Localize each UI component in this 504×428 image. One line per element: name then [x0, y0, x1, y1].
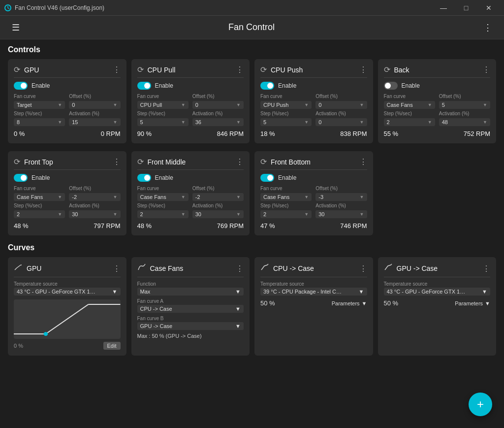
curve-card-cpu-case: CPU -> Case ⋮ Temperature source 39 °C -…: [254, 257, 373, 356]
curve-more-gpu[interactable]: ⋮: [113, 264, 121, 273]
step-value-front-middle[interactable]: 2 ▼: [137, 210, 189, 218]
fan-curve-value-front-bottom[interactable]: Case Fans ▼: [260, 193, 312, 201]
activation-value-front-bottom[interactable]: 30 ▼: [315, 210, 367, 218]
parameters-button-gpu-case[interactable]: Parameters ▼: [455, 300, 490, 306]
enable-toggle-cpu-pull[interactable]: [137, 82, 151, 90]
curve-more-gpu-case[interactable]: ⋮: [482, 264, 490, 273]
fan-icon-front-top: ⟳: [14, 157, 20, 166]
cpu-case-pct: 50 %: [260, 299, 275, 307]
enable-toggle-back[interactable]: [384, 82, 398, 90]
curve-more-cpu-case[interactable]: ⋮: [359, 264, 367, 273]
activation-value-gpu[interactable]: 15 ▼: [69, 118, 120, 126]
card-header-front-middle: ⟳ Front Middle ⋮: [137, 157, 244, 170]
add-fab-button[interactable]: +: [469, 393, 492, 416]
pct-front-top: 48 %: [14, 222, 29, 230]
card-header-front-bottom: ⟳ Front Bottom ⋮: [260, 157, 367, 170]
card-more-front-top[interactable]: ⋮: [113, 157, 121, 166]
card-footer-gpu: 0 % 0 RPM: [14, 130, 121, 137]
card-header-front-top: ⟳ Front Top ⋮: [14, 157, 121, 170]
enable-row-cpu-push: Enable: [260, 82, 367, 90]
temp-source-value-gpu[interactable]: 43 °C - GPU - GeForce GTX 1060 6GB ▼: [14, 288, 121, 296]
card-more-front-middle[interactable]: ⋮: [236, 157, 244, 166]
step-value-cpu-push[interactable]: 5 ▼: [260, 118, 312, 126]
card-title-front-middle: Front Middle: [148, 158, 186, 166]
parameters-button-cpu-case[interactable]: Parameters ▼: [332, 300, 367, 306]
card-header-gpu: ⟳ GPU ⋮: [14, 65, 121, 78]
fan-curve-value-back[interactable]: Case Fans ▼: [384, 101, 435, 109]
fan-curve-value-front-top[interactable]: Case Fans ▼: [14, 193, 65, 201]
step-value-front-top[interactable]: 2 ▼: [14, 210, 65, 218]
curve-title-gpu-case: GPU -> Case: [397, 264, 438, 272]
step-value-back[interactable]: 2 ▼: [384, 118, 435, 126]
fan-card-cpu-push: ⟳ CPU Push ⋮ Enable Fan curve Offset (%)…: [254, 59, 373, 143]
enable-row-cpu-pull: Enable: [137, 82, 244, 90]
rpm-front-bottom: 746 RPM: [340, 222, 367, 230]
curve-a-value[interactable]: CPU -> Case ▼: [137, 305, 244, 313]
step-value-front-bottom[interactable]: 2 ▼: [260, 210, 312, 218]
enable-toggle-cpu-push[interactable]: [260, 82, 274, 90]
field-grid-back: Fan curve Offset (%) Case Fans ▼ 5 ▼ Ste…: [384, 94, 491, 126]
offset-value-front-middle[interactable]: -2 ▼: [192, 193, 244, 201]
enable-toggle-front-middle[interactable]: [137, 174, 151, 182]
card-footer-back: 55 % 752 RPM: [384, 130, 491, 137]
activation-value-cpu-pull[interactable]: 36 ▼: [192, 118, 244, 126]
offset-label-gpu: Offset (%): [69, 94, 120, 99]
enable-toggle-front-bottom[interactable]: [260, 174, 274, 182]
activation-value-front-top[interactable]: 30 ▼: [69, 210, 120, 218]
minimize-button[interactable]: —: [432, 0, 455, 16]
step-value-gpu[interactable]: 8 ▼: [14, 118, 65, 126]
fan-curve-value-gpu[interactable]: Target ▼: [14, 101, 65, 109]
edit-button-gpu[interactable]: Edit: [103, 342, 121, 350]
title-bar-controls: — □ ✕: [432, 0, 500, 16]
activation-value-front-middle[interactable]: 30 ▼: [192, 210, 244, 218]
enable-label-cpu-pull: Enable: [155, 82, 173, 89]
fan-curve-value-cpu-pull[interactable]: CPU Pull ▼: [137, 101, 189, 109]
enable-toggle-front-top[interactable]: [14, 174, 28, 182]
offset-value-front-bottom[interactable]: -3 ▼: [315, 193, 367, 201]
controls-row-1: ⟳ GPU ⋮ Enable Fan curve Offset (%) Targ…: [8, 59, 496, 143]
offset-value-cpu-pull[interactable]: 0 ▼: [192, 101, 244, 109]
maximize-button[interactable]: □: [455, 0, 477, 16]
field-grid-cpu-push: Fan curve Offset (%) CPU Push ▼ 0 ▼ Step…: [260, 94, 367, 126]
temp-source-value-cpu-case[interactable]: 39 °C - CPU Package - Intel Core i5-9 ▼: [260, 288, 367, 296]
close-button[interactable]: ✕: [477, 0, 500, 16]
card-more-gpu[interactable]: ⋮: [113, 65, 121, 74]
curves-grid: GPU ⋮ Temperature source 43 °C - GPU - G…: [8, 257, 496, 356]
field-grid-gpu: Fan curve Offset (%) Target ▼ 0 ▼ Step (…: [14, 94, 121, 126]
fan-card-cpu-pull: ⟳ CPU Pull ⋮ Enable Fan curve Offset (%)…: [131, 59, 250, 143]
card-more-cpu-pull[interactable]: ⋮: [236, 65, 244, 74]
step-value-cpu-pull[interactable]: 5 ▼: [137, 118, 189, 126]
curve-title-case-fans: Case Fans: [150, 264, 184, 272]
activation-value-back[interactable]: 48 ▼: [439, 118, 490, 126]
card-more-back[interactable]: ⋮: [482, 65, 490, 74]
curve-header-cpu-case: CPU -> Case ⋮: [260, 263, 367, 277]
header-more-button[interactable]: ⋮: [479, 20, 496, 35]
card-more-front-bottom[interactable]: ⋮: [359, 157, 367, 166]
card-more-cpu-push[interactable]: ⋮: [359, 65, 367, 74]
enable-toggle-gpu[interactable]: [14, 82, 28, 90]
offset-value-front-top[interactable]: -2 ▼: [69, 193, 120, 201]
activation-value-cpu-push[interactable]: 0 ▼: [315, 118, 367, 126]
step-label-gpu: Step (%/sec): [14, 111, 65, 116]
temp-source-value-gpu-case[interactable]: 43 °C - GPU - GeForce GTX 1060 6GB ▼: [384, 288, 491, 296]
fan-curve-value-cpu-push[interactable]: CPU Push ▼: [260, 101, 312, 109]
offset-value-cpu-push[interactable]: 0 ▼: [315, 101, 367, 109]
enable-label-front-top: Enable: [32, 174, 50, 181]
offset-value-gpu[interactable]: 0 ▼: [69, 101, 120, 109]
card-footer-cpu-push: 18 % 838 RPM: [260, 130, 367, 137]
main-content: Controls ⟳ GPU ⋮ Enable Fan curve Offset…: [0, 39, 504, 428]
chart-area-gpu: [14, 299, 121, 339]
field-grid-front-middle: Fan curve Offset (%) Case Fans ▼ -2 ▼ St…: [137, 186, 244, 218]
function-value[interactable]: Max ▼: [137, 288, 244, 296]
curve-title-gpu: GPU: [27, 264, 41, 272]
title-bar: Fan Control V46 (userConfig.json) — □ ✕: [0, 0, 504, 16]
curve-b-value[interactable]: GPU -> Case ▼: [137, 322, 244, 330]
chevron-down-icon: ▼: [362, 300, 367, 306]
fan-curve-value-front-middle[interactable]: Case Fans ▼: [137, 193, 189, 201]
offset-value-back[interactable]: 5 ▼: [439, 101, 490, 109]
controls-row-2: ⟳ Front Top ⋮ Enable Fan curve Offset (%…: [8, 151, 496, 235]
menu-button[interactable]: ☰: [8, 20, 24, 35]
card-footer-front-middle: 48 % 769 RPM: [137, 222, 244, 230]
curve-more-case-fans[interactable]: ⋮: [236, 264, 244, 273]
curve-card-gpu-case: GPU -> Case ⋮ Temperature source 43 °C -…: [378, 257, 497, 356]
